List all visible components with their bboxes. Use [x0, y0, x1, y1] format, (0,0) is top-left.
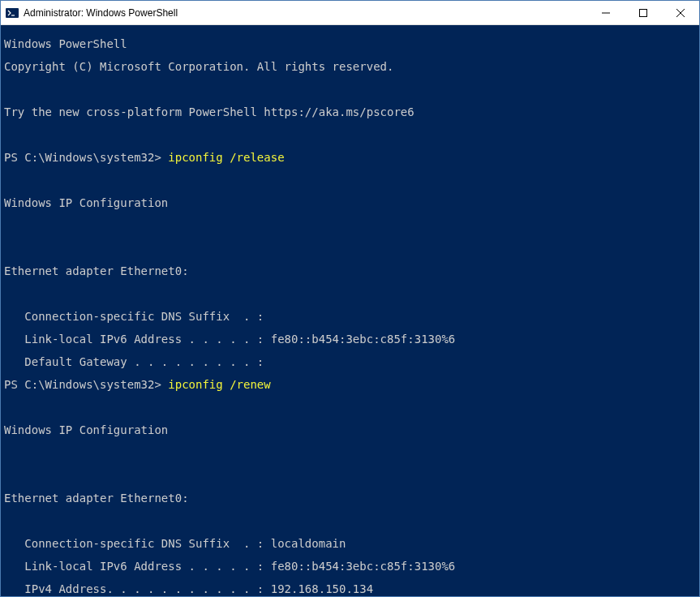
terminal-output: Ethernet adapter Ethernet0: [4, 265, 696, 277]
window-title: Administrator: Windows PowerShell [24, 7, 587, 19]
minimize-button[interactable] [587, 1, 625, 24]
prompt-line: PS C:\Windows\system32> ipconfig /renew [4, 379, 696, 390]
terminal-output: Windows IP Configuration [4, 197, 696, 208]
powershell-icon [6, 6, 19, 19]
terminal-output: Connection-specific DNS Suffix . : local… [4, 538, 696, 549]
terminal-output: Windows IP Configuration [4, 424, 696, 436]
terminal-output [4, 402, 696, 413]
svg-rect-0 [6, 8, 19, 18]
terminal-output: Try the new cross-platform PowerShell ht… [4, 106, 696, 118]
prompt: PS C:\Windows\system32> [4, 378, 168, 391]
command: ipconfig /release [168, 151, 284, 164]
svg-rect-3 [640, 9, 647, 16]
terminal-output [4, 515, 696, 526]
terminal-output: Default Gateway . . . . . . . . . : [4, 356, 696, 367]
terminal-output: Link-local IPv6 Address . . . . . : fe80… [4, 333, 696, 345]
terminal-output [4, 470, 696, 481]
terminal-output [4, 447, 696, 458]
prompt-line: PS C:\Windows\system32> ipconfig /releas… [4, 152, 696, 163]
terminal-output [4, 129, 696, 140]
prompt: PS C:\Windows\system32> [4, 151, 168, 164]
powershell-window: Administrator: Windows PowerShell Window… [0, 0, 700, 597]
titlebar[interactable]: Administrator: Windows PowerShell [1, 1, 699, 25]
terminal-output: Copyright (C) Microsoft Corporation. All… [4, 61, 696, 72]
terminal-output [4, 243, 696, 254]
close-button[interactable] [662, 1, 699, 24]
terminal-output: Link-local IPv6 Address . . . . . : fe80… [4, 560, 696, 572]
terminal-output [4, 84, 696, 95]
maximize-button[interactable] [625, 1, 662, 24]
terminal-output: Windows PowerShell [4, 38, 696, 49]
window-controls [587, 1, 699, 24]
terminal-output: Connection-specific DNS Suffix . : [4, 311, 696, 322]
terminal-output [4, 220, 696, 231]
terminal-output [4, 288, 696, 299]
terminal-area[interactable]: Windows PowerShell Copyright (C) Microso… [1, 25, 699, 596]
terminal-output: Ethernet adapter Ethernet0: [4, 492, 696, 504]
terminal-output [4, 174, 696, 186]
command: ipconfig /renew [168, 378, 270, 391]
terminal-output: IPv4 Address. . . . . . . . . . . : 192.… [4, 583, 696, 595]
